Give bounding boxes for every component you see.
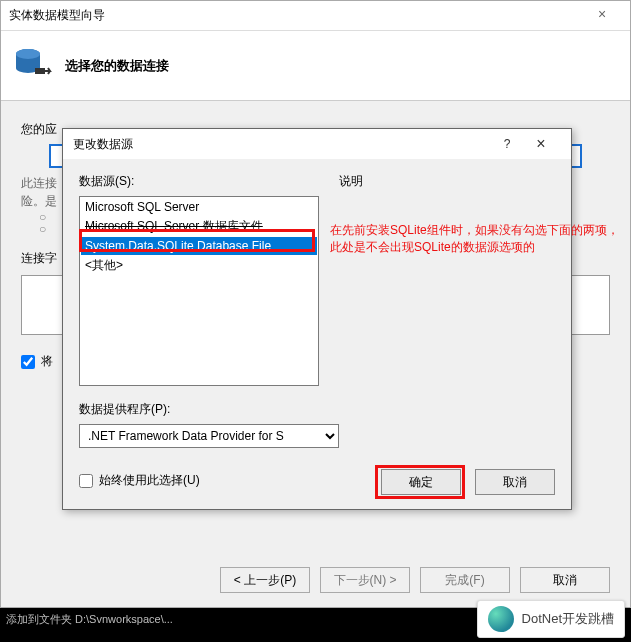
list-item[interactable]: <其他> (81, 255, 317, 276)
save-settings-checkbox[interactable] (21, 355, 35, 369)
ok-button[interactable]: 确定 (381, 469, 461, 495)
description-label: 说明 (339, 173, 555, 190)
change-datasource-dialog: 更改数据源 ? × 数据源(S): Microsoft SQL Server M… (62, 128, 572, 510)
wizard-header: 选择您的数据连接 (1, 31, 630, 101)
finish-button: 完成(F) (420, 567, 510, 593)
database-icon (13, 46, 53, 86)
always-use-label: 始终使用此选择(U) (99, 472, 200, 489)
status-text: 添加到文件夹 D:\Svnworkspace\... (6, 612, 173, 627)
cancel-button[interactable]: 取消 (475, 469, 555, 495)
save-settings-label: 将 (41, 353, 53, 370)
next-button: 下一步(N) > (320, 567, 410, 593)
window-title: 实体数据模型向导 (9, 7, 582, 24)
sub-titlebar: 更改数据源 ? × (63, 129, 571, 159)
svg-rect-2 (35, 68, 45, 74)
list-item-selected[interactable]: System.Data.SQLite Database File (81, 237, 317, 255)
wizard-footer-buttons: < 上一步(P) 下一步(N) > 完成(F) 取消 (220, 567, 610, 593)
watermark-label: DotNet开发跳槽 (477, 600, 625, 638)
back-button[interactable]: < 上一步(P) (220, 567, 310, 593)
avatar (488, 606, 514, 632)
wizard-title: 选择您的数据连接 (65, 57, 169, 75)
sub-title: 更改数据源 (73, 136, 133, 153)
annotation-text: 在先前安装SQLite组件时，如果没有勾选下面的两项， 此处是不会出现SQLit… (330, 222, 625, 256)
provider-label: 数据提供程序(P): (79, 401, 339, 418)
datasource-listbox[interactable]: Microsoft SQL Server Microsoft SQL Serve… (79, 196, 319, 386)
list-item[interactable]: Microsoft SQL Server (81, 198, 317, 216)
close-icon[interactable]: × (582, 6, 622, 26)
list-item[interactable]: Microsoft SQL Server 数据库文件 (81, 216, 317, 237)
provider-dropdown[interactable]: .NET Framework Data Provider for S (79, 424, 339, 448)
always-use-checkbox[interactable] (79, 474, 93, 488)
help-icon[interactable]: ? (493, 137, 521, 151)
svg-point-1 (16, 49, 40, 59)
datasource-label: 数据源(S): (79, 173, 319, 190)
titlebar: 实体数据模型向导 × (1, 1, 630, 31)
cancel-button[interactable]: 取消 (520, 567, 610, 593)
close-icon[interactable]: × (521, 135, 561, 153)
brand-text: DotNet开发跳槽 (522, 610, 614, 628)
